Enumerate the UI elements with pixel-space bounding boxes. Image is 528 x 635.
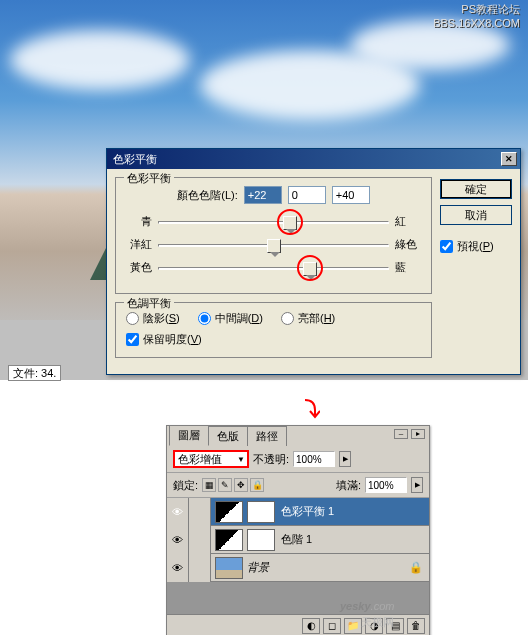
- tone-balance-group: 色調平衡 陰影(S) 中間調(D) 亮部(H) 保留明度(V): [115, 302, 432, 358]
- blend-mode-select[interactable]: 色彩增值: [173, 450, 249, 468]
- visibility-icon[interactable]: 👁: [167, 498, 189, 526]
- adjustment-thumb: [215, 529, 243, 551]
- dialog-titlebar[interactable]: 色彩平衡 ✕: [107, 149, 520, 169]
- lock-pixels-icon[interactable]: ✎: [218, 478, 232, 492]
- layer-mask-icon[interactable]: ◻: [323, 618, 341, 634]
- yesky-watermark: yesky.com 天极网: [340, 592, 394, 630]
- link-col[interactable]: [189, 498, 211, 526]
- level-magenta-green-input[interactable]: [288, 186, 326, 204]
- shadows-radio[interactable]: 陰影(S): [126, 311, 180, 326]
- level-cyan-red-input[interactable]: [244, 186, 282, 204]
- visibility-icon[interactable]: 👁: [167, 526, 189, 554]
- visibility-icon[interactable]: 👁: [167, 554, 189, 582]
- layer-row[interactable]: 👁 色彩平衡 1: [167, 498, 429, 526]
- minimize-icon[interactable]: –: [394, 429, 408, 439]
- lock-all-icon[interactable]: 🔒: [250, 478, 264, 492]
- panel-menu-icon[interactable]: ▸: [411, 429, 425, 439]
- mask-thumb: [247, 501, 275, 523]
- preview-checkbox[interactable]: 預視(P): [440, 239, 512, 254]
- layer-row[interactable]: 👁 色階 1: [167, 526, 429, 554]
- level-yellow-blue-input[interactable]: [332, 186, 370, 204]
- layer-row[interactable]: 👁 背景 🔒: [167, 554, 429, 582]
- preserve-luminosity-checkbox[interactable]: 保留明度(V): [126, 332, 421, 347]
- lock-position-icon[interactable]: ✥: [234, 478, 248, 492]
- magenta-green-slider[interactable]: [158, 238, 389, 252]
- levels-label: 顏色色階(L):: [177, 188, 238, 203]
- delete-layer-icon[interactable]: 🗑: [407, 618, 425, 634]
- lock-icon: 🔒: [409, 561, 423, 574]
- dialog-title: 色彩平衡: [110, 152, 501, 167]
- tab-channels[interactable]: 色版: [208, 426, 248, 446]
- link-col[interactable]: [189, 554, 211, 582]
- link-col[interactable]: [189, 526, 211, 554]
- layer-thumb: [215, 557, 243, 579]
- lock-transparent-icon[interactable]: ▦: [202, 478, 216, 492]
- color-balance-group: 色彩平衡 顏色色階(L): 青 紅 洋紅: [115, 177, 432, 294]
- opacity-input[interactable]: 100%: [293, 451, 335, 467]
- status-bar: 文件: 34.: [8, 365, 61, 381]
- yellow-blue-slider[interactable]: [158, 261, 389, 275]
- color-balance-dialog: 色彩平衡 ✕ 色彩平衡 顏色色階(L): 青: [106, 148, 521, 375]
- adjustment-thumb: [215, 501, 243, 523]
- layer-style-icon[interactable]: ◐: [302, 618, 320, 634]
- watermark: PS教程论坛 BBS.16XX8.COM: [433, 2, 520, 31]
- mask-thumb: [247, 529, 275, 551]
- close-icon[interactable]: ✕: [501, 152, 517, 166]
- tab-paths[interactable]: 路徑: [247, 426, 287, 446]
- cyan-red-slider[interactable]: [158, 215, 389, 229]
- tab-layers[interactable]: 圖層: [169, 425, 209, 446]
- midtones-radio[interactable]: 中間調(D): [198, 311, 263, 326]
- fill-input[interactable]: 100%: [365, 477, 407, 493]
- fill-flyout-icon[interactable]: ▶: [411, 477, 423, 493]
- ok-button[interactable]: 確定: [440, 179, 512, 199]
- highlights-radio[interactable]: 亮部(H): [281, 311, 335, 326]
- opacity-flyout-icon[interactable]: ▶: [339, 451, 351, 467]
- arrow-indicator: [290, 395, 320, 425]
- cancel-button[interactable]: 取消: [440, 205, 512, 225]
